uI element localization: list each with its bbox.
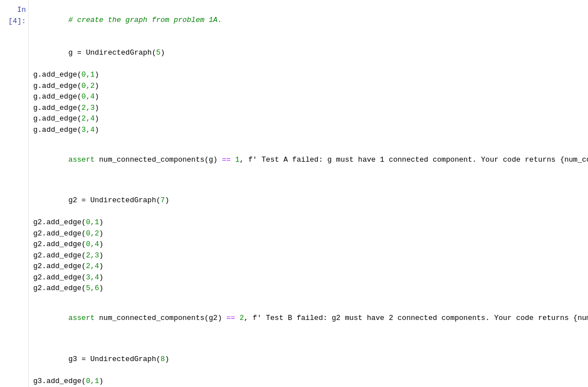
spacer-4 bbox=[33, 335, 583, 342]
g2-add-edge-04: g2.add_edge(0,4) bbox=[33, 239, 583, 250]
g3-add-edge-01: g3.add_edge(0,1) bbox=[33, 376, 583, 387]
g-add-edge-23: g.add_edge(2,3) bbox=[33, 103, 583, 114]
g2-add-edge-02: g2.add_edge(0,2) bbox=[33, 228, 583, 239]
notebook-cell: In [4]: # create the graph from problem … bbox=[0, 0, 588, 387]
g-add-edge-34: g.add_edge(3,4) bbox=[33, 124, 583, 136]
g2-init-line: g2 = UndirectedGraph(7) bbox=[33, 184, 583, 217]
assert-line-2: assert num_connected_components(g2) == 2… bbox=[33, 302, 583, 335]
spacer-2 bbox=[33, 176, 583, 184]
g3-init-line: g3 = UndirectedGraph(8) bbox=[33, 342, 583, 376]
spacer-3 bbox=[33, 294, 583, 302]
cell-main: In [4]: # create the graph from problem … bbox=[0, 0, 588, 387]
g-add-edge-04: g.add_edge(0,4) bbox=[33, 91, 583, 103]
cell-content[interactable]: # create the graph from problem 1A. g = … bbox=[28, 0, 588, 387]
spacer-1 bbox=[33, 135, 583, 143]
g-add-edge-01: g.add_edge(0,1) bbox=[33, 69, 583, 81]
cell-label-text: In [4]: bbox=[8, 6, 26, 25]
assert-line-1: assert num_connected_components(g) == 1,… bbox=[33, 143, 583, 176]
g-add-edge-24: g.add_edge(2,4) bbox=[33, 113, 583, 124]
comment-text: # create the graph from problem 1A. bbox=[68, 16, 222, 24]
g2-add-edge-01: g2.add_edge(0,1) bbox=[33, 217, 583, 228]
g-init-line: g = UndirectedGraph(5) bbox=[33, 37, 583, 70]
comment-line: # create the graph from problem 1A. bbox=[33, 3, 583, 37]
cell-label: In [4]: bbox=[0, 0, 28, 387]
g2-add-edge-23: g2.add_edge(2,3) bbox=[33, 250, 583, 261]
g-add-edge-02: g.add_edge(0,2) bbox=[33, 81, 583, 92]
g2-add-edge-34: g2.add_edge(3,4) bbox=[33, 272, 583, 283]
g2-add-edge-56: g2.add_edge(5,6) bbox=[33, 283, 583, 294]
g2-add-edge-24: g2.add_edge(2,4) bbox=[33, 261, 583, 272]
